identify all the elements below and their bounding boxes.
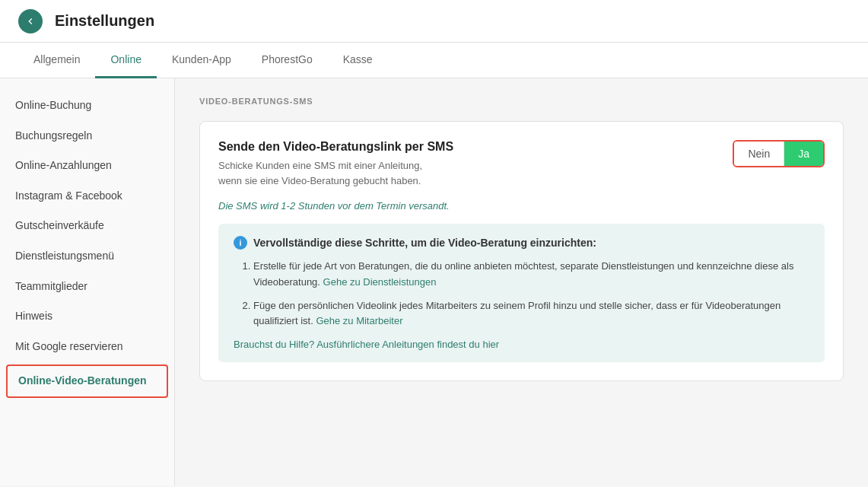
- main-card: Sende den Video-Beratungslink per SMS Sc…: [199, 121, 844, 381]
- card-title: Sende den Video-Beratungslink per SMS: [218, 140, 453, 154]
- info-help: Brauchst du Hilfe? Ausführlichere Anleit…: [234, 339, 809, 350]
- sms-timing-text: Die SMS wird 1-2 Stunden vor dem Termin …: [218, 200, 825, 212]
- sidebar-item-online-buchung[interactable]: Online-Buchung: [0, 91, 174, 121]
- info-step-2-link[interactable]: Gehe zu Mitarbeiter: [316, 315, 402, 326]
- sidebar-item-gutscheinverkaufe[interactable]: Gutscheinverkäufe: [0, 211, 174, 241]
- tab-bar: Allgemein Online Kunden-App PhorestGo Ka…: [0, 43, 868, 78]
- card-text: Sende den Video-Beratungslink per SMS Sc…: [218, 140, 453, 188]
- page-title: Einstellungen: [55, 12, 154, 30]
- sidebar: Online-Buchung Buchungsregeln Online-Anz…: [0, 78, 175, 485]
- tab-kunden-app[interactable]: Kunden-App: [157, 43, 246, 78]
- info-box-title-text: Vervollständige diese Schritte, um die V…: [253, 237, 596, 249]
- sidebar-item-mit-google-reservieren[interactable]: Mit Google reservieren: [0, 332, 174, 362]
- info-step-1: Erstelle für jede Art von Beratungen, di…: [253, 259, 809, 291]
- content-area: VIDEO-BERATUNGS-SMS Sende den Video-Bera…: [175, 78, 868, 485]
- sidebar-item-instagram-facebook[interactable]: Instagram & Facebook: [0, 181, 174, 212]
- section-title: VIDEO-BERATUNGS-SMS: [199, 97, 844, 106]
- info-box-title: i Vervollständige diese Schritte, um die…: [234, 236, 809, 250]
- back-button[interactable]: [18, 9, 43, 33]
- sidebar-item-buchungsregeln[interactable]: Buchungsregeln: [0, 121, 174, 151]
- toggle-ja-button[interactable]: Ja: [784, 142, 823, 166]
- main-layout: Online-Buchung Buchungsregeln Online-Anz…: [0, 78, 868, 485]
- info-step-2: Füge den persönlichen Videolink jedes Mi…: [253, 298, 809, 330]
- sidebar-item-teammitglieder[interactable]: Teammitglieder: [0, 272, 174, 302]
- sidebar-item-online-video-beratungen[interactable]: Online-Video-Beratungen: [6, 364, 168, 398]
- info-help-text-before: Brauchst du Hilfe?: [234, 339, 314, 350]
- header: Einstellungen: [0, 0, 868, 43]
- toggle-group: Nein Ja: [733, 140, 825, 167]
- tab-phorestgo[interactable]: PhorestGo: [246, 43, 328, 78]
- card-header: Sende den Video-Beratungslink per SMS Sc…: [218, 140, 825, 188]
- info-box: i Vervollständige diese Schritte, um die…: [218, 224, 825, 362]
- sidebar-item-hinweis[interactable]: Hinweis: [0, 301, 174, 332]
- info-icon: i: [234, 236, 247, 250]
- card-desc-line2: wenn sie eine Video-Beratung gebucht hab…: [218, 175, 421, 186]
- sidebar-item-dienstleistungsmenu[interactable]: Dienstleistungsmenü: [0, 241, 174, 272]
- card-description: Schicke Kunden eine SMS mit einer Anleit…: [218, 158, 453, 188]
- tab-online[interactable]: Online: [95, 43, 156, 78]
- card-desc-line1: Schicke Kunden eine SMS mit einer Anleit…: [218, 160, 422, 171]
- info-help-link[interactable]: Ausführlichere Anleitungen findest du hi…: [316, 339, 499, 350]
- info-step-1-link[interactable]: Gehe zu Dienstleistungen: [323, 276, 437, 288]
- toggle-nein-button[interactable]: Nein: [734, 142, 784, 166]
- sidebar-item-online-anzahlungen[interactable]: Online-Anzahlungen: [0, 151, 174, 181]
- tab-kasse[interactable]: Kasse: [328, 43, 388, 78]
- info-steps-list: Erstelle für jede Art von Beratungen, di…: [253, 259, 809, 329]
- tab-allgemein[interactable]: Allgemein: [18, 43, 95, 78]
